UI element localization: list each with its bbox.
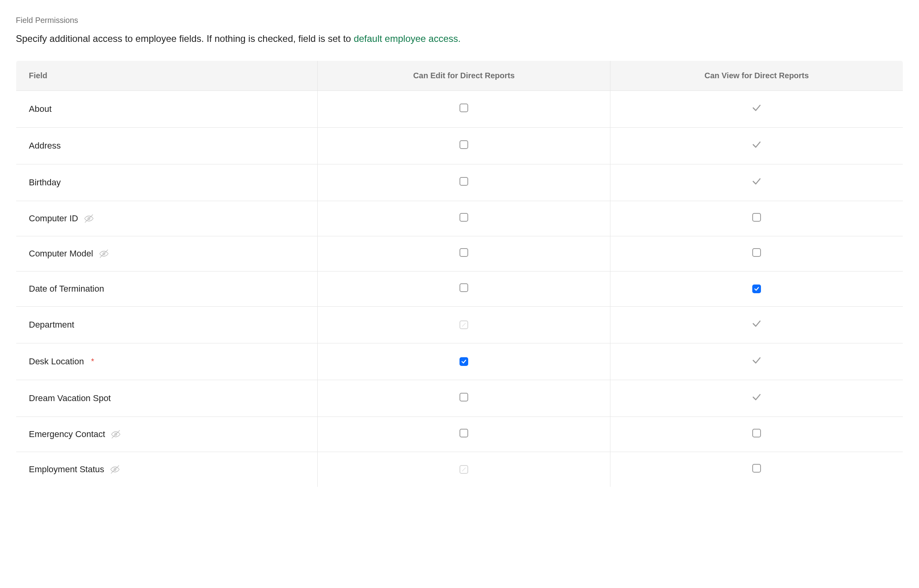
table-row: Computer Model xyxy=(16,236,903,271)
can-view-default-check-icon xyxy=(751,355,762,366)
can-view-cell xyxy=(610,306,903,343)
field-permissions-table: Field Can Edit for Direct Reports Can Vi… xyxy=(16,60,903,487)
hidden-eye-icon xyxy=(110,464,120,475)
header-field: Field xyxy=(16,60,318,90)
field-label: Desk Location xyxy=(29,356,84,367)
field-label: Date of Termination xyxy=(29,284,104,294)
can-edit-checkbox[interactable] xyxy=(460,283,468,292)
can-edit-cell xyxy=(318,127,610,164)
field-cell: Birthday xyxy=(16,164,318,201)
can-edit-cell xyxy=(318,201,610,236)
field-label: Computer ID xyxy=(29,213,78,224)
can-view-default-check-icon xyxy=(751,139,762,150)
field-cell: Computer ID xyxy=(16,201,318,236)
field-cell: About xyxy=(16,90,318,127)
header-can-edit: Can Edit for Direct Reports xyxy=(318,60,610,90)
can-view-cell xyxy=(610,90,903,127)
can-edit-checkbox[interactable] xyxy=(460,248,468,257)
can-view-checkbox[interactable] xyxy=(752,248,761,257)
field-label: Department xyxy=(29,320,74,330)
can-edit-checkbox-disabled xyxy=(460,320,468,329)
table-row: Address xyxy=(16,127,903,164)
field-cell: Computer Model xyxy=(16,236,318,271)
can-edit-cell xyxy=(318,306,610,343)
can-view-cell xyxy=(610,343,903,380)
svg-line-9 xyxy=(462,468,465,471)
field-label: Employment Status xyxy=(29,464,104,475)
can-view-checkbox[interactable] xyxy=(752,213,761,222)
can-edit-checkbox[interactable] xyxy=(460,177,468,186)
table-row: Birthday xyxy=(16,164,903,201)
hidden-eye-icon xyxy=(84,213,94,224)
section-description: Specify additional access to employee fi… xyxy=(16,32,903,45)
field-cell: Emergency Contact xyxy=(16,416,318,452)
hidden-eye-icon xyxy=(99,249,109,259)
field-cell: Dream Vacation Spot xyxy=(16,380,318,416)
field-cell: Employment Status xyxy=(16,452,318,487)
field-label: Computer Model xyxy=(29,249,93,259)
can-view-checkbox[interactable] xyxy=(752,429,761,437)
table-row: Department xyxy=(16,306,903,343)
can-edit-checkbox[interactable] xyxy=(460,429,468,437)
can-edit-cell xyxy=(318,416,610,452)
can-edit-checkbox[interactable] xyxy=(460,393,468,401)
can-view-cell xyxy=(610,164,903,201)
can-edit-checkbox[interactable] xyxy=(460,213,468,222)
field-cell: Desk Location* xyxy=(16,343,318,380)
field-label: Emergency Contact xyxy=(29,429,105,439)
can-view-default-check-icon xyxy=(751,176,762,187)
can-view-cell xyxy=(610,271,903,306)
can-edit-cell xyxy=(318,90,610,127)
field-label: Dream Vacation Spot xyxy=(29,393,111,403)
table-header-row: Field Can Edit for Direct Reports Can Vi… xyxy=(16,60,903,90)
table-row: Emergency Contact xyxy=(16,416,903,452)
can-view-default-check-icon xyxy=(751,318,762,329)
field-cell: Address xyxy=(16,127,318,164)
field-cell: Department xyxy=(16,306,318,343)
can-edit-checkbox[interactable] xyxy=(460,140,468,149)
field-label: About xyxy=(29,104,52,114)
table-row: Dream Vacation Spot xyxy=(16,380,903,416)
can-view-cell xyxy=(610,127,903,164)
can-edit-cell xyxy=(318,343,610,380)
table-row: Employment Status xyxy=(16,452,903,487)
can-view-default-check-icon xyxy=(751,392,762,402)
default-access-link[interactable]: default employee access. xyxy=(354,33,461,44)
can-view-default-check-icon xyxy=(751,103,762,113)
field-label: Address xyxy=(29,141,61,151)
can-edit-cell xyxy=(318,452,610,487)
section-description-text: Specify additional access to employee fi… xyxy=(16,33,354,44)
field-label: Birthday xyxy=(29,177,61,188)
table-row: Desk Location* xyxy=(16,343,903,380)
can-edit-cell xyxy=(318,236,610,271)
can-edit-checkbox-disabled xyxy=(460,465,468,474)
can-edit-checkbox[interactable] xyxy=(460,357,468,366)
can-view-cell xyxy=(610,236,903,271)
can-view-cell xyxy=(610,416,903,452)
required-star-icon: * xyxy=(91,357,94,366)
can-edit-cell xyxy=(318,164,610,201)
can-view-cell xyxy=(610,380,903,416)
can-view-checkbox[interactable] xyxy=(752,285,761,293)
can-view-cell xyxy=(610,201,903,236)
section-title: Field Permissions xyxy=(16,16,903,25)
can-edit-checkbox[interactable] xyxy=(460,104,468,112)
table-row: Date of Termination xyxy=(16,271,903,306)
header-can-view: Can View for Direct Reports xyxy=(610,60,903,90)
can-view-cell xyxy=(610,452,903,487)
table-row: About xyxy=(16,90,903,127)
can-view-checkbox[interactable] xyxy=(752,464,761,473)
table-row: Computer ID xyxy=(16,201,903,236)
can-edit-cell xyxy=(318,380,610,416)
field-cell: Date of Termination xyxy=(16,271,318,306)
svg-line-4 xyxy=(462,323,465,326)
hidden-eye-icon xyxy=(111,429,121,439)
can-edit-cell xyxy=(318,271,610,306)
